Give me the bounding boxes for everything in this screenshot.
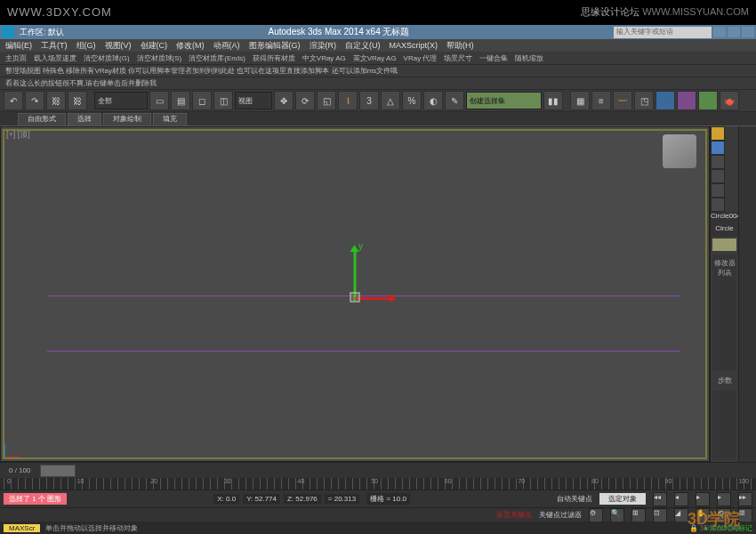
script-btn[interactable]: 随机缩放 [515,53,543,63]
render-button[interactable]: 🫖 [720,91,739,110]
setkey-toggle[interactable]: 设置关键点 [496,510,532,520]
view-dropdown[interactable]: 视图 [235,92,272,109]
menu-modify[interactable]: 修改(M) [176,40,205,52]
play-button[interactable]: ▸ [696,492,710,506]
create-tab-icon[interactable] [711,126,725,141]
curve-editor-button[interactable]: 〰 [613,91,632,110]
utilities-tab-icon[interactable] [711,198,725,212]
menu-customize[interactable]: 自定义(U) [345,40,381,52]
zoom-button[interactable]: 🔍 [610,508,624,522]
next-frame-button[interactable]: ▸ [717,492,731,506]
close-button[interactable] [742,27,754,37]
selection-filter-status[interactable]: 选定对象 [599,493,646,505]
tab-objectpaint[interactable]: 对象绘制 [103,113,151,125]
tab-selection[interactable]: 选择 [68,113,101,125]
app-icon[interactable] [2,26,14,38]
viewcube[interactable] [663,134,696,168]
fov-button[interactable]: ◢ [674,508,688,522]
track-bar[interactable]: 01020 304050 607080 90100 [0,478,756,490]
script-btn[interactable]: 载入场景速度 [34,53,76,63]
hierarchy-tab-icon[interactable] [711,155,725,169]
maximize-viewport-button[interactable]: ⊞ [738,508,752,522]
script-btn[interactable]: VRay 代理 [404,53,438,63]
scene-spline-2[interactable] [47,351,680,352]
time-config-button[interactable]: ⚙ [589,508,603,522]
menu-create[interactable]: 创建(C) [141,40,168,52]
menu-help[interactable]: 帮助(H) [446,40,474,52]
angle-snap-toggle[interactable]: △ [381,91,400,110]
goto-end-button[interactable]: ▸▸ [738,492,752,506]
selection-filter-dropdown[interactable]: 全部 [94,92,148,109]
script-btn[interactable]: 中文VRay AG [302,53,346,63]
select-button[interactable]: ▭ [149,91,169,110]
script-btn[interactable]: 清空材质球(S) [137,53,182,63]
time-slider-handle[interactable] [40,465,76,477]
tab-populate[interactable]: 填充 [153,113,187,125]
unlink-button[interactable]: ⛓ [68,91,87,110]
help-search-input[interactable]: 输入关键字或短语 [614,27,712,38]
mirror-button[interactable]: ▮▮ [543,91,563,110]
render-setup-button[interactable] [677,91,696,110]
window-crossing-button[interactable]: ◫ [213,91,233,110]
spinner-snap-toggle[interactable]: ◐ [423,91,443,110]
material-editor-button[interactable] [655,91,675,110]
maximize-button[interactable] [728,27,740,37]
menu-view[interactable]: 视图(V) [105,40,132,52]
object-name-field2[interactable]: Circle [711,224,738,237]
script-btn[interactable]: 获得所有材质 [253,53,295,63]
viewport[interactable]: [+] [顶] y [0,126,710,462]
coord-z[interactable]: Z: 52.976 [284,494,321,504]
autokey-toggle[interactable]: 自动关键点 [557,494,592,504]
named-selection-dropdown[interactable]: 创建选择集 [466,92,542,109]
keyfilter-button[interactable]: 关键点过滤器 [539,510,582,520]
select-name-button[interactable]: ▤ [171,91,190,110]
display-tab-icon[interactable] [711,183,725,198]
snap-toggle[interactable]: 3 [359,91,379,110]
script-btn[interactable]: 清空材质库(Ends) [189,53,245,63]
menu-maxscript[interactable]: MAXScript(X) [390,41,438,50]
rotate-button[interactable]: ⟳ [295,91,315,110]
gizmo-x-axis[interactable] [355,297,390,300]
move-button[interactable]: ✥ [274,91,294,110]
scene-spline-1[interactable] [47,295,680,296]
modify-tab-icon[interactable] [711,141,725,155]
params-rollout[interactable] [712,391,736,460]
script-btn[interactable]: 主页面 [5,53,27,63]
minimize-button[interactable] [713,27,726,37]
manipulate-button[interactable]: ⌇ [338,91,358,110]
zoom-all-button[interactable]: ⊞ [631,508,646,522]
align-button[interactable]: ▦ [570,91,590,110]
prev-frame-button[interactable]: ◂ [674,492,688,506]
gizmo-origin[interactable] [350,293,360,303]
scale-button[interactable]: ◱ [317,91,336,110]
script-hint-row2[interactable]: 看着这么长的按钮很不爽,请右键单击后并删除我 [0,77,756,89]
coord-x[interactable]: X: 0.0 [213,494,239,504]
object-name-field[interactable]: Circle004 [711,212,738,224]
motion-tab-icon[interactable] [711,169,725,183]
script-btn[interactable]: 场景尺寸 [444,53,472,63]
menu-group[interactable]: 组(G) [76,40,96,52]
time-slider[interactable]: 0 / 100 [0,462,756,478]
goto-start-button[interactable]: ◂◂ [653,492,667,506]
script-btn[interactable]: 英文VRay AG [353,53,397,63]
menu-grapheditors[interactable]: 图形编辑器(G) [249,40,301,52]
menu-animation[interactable]: 动画(A) [213,40,240,52]
redo-button[interactable]: ↷ [25,91,44,110]
edit-named-sel-button[interactable]: ✎ [445,91,464,110]
workspace-selector[interactable]: 工作区: 默认 [20,27,64,38]
object-color-swatch[interactable] [712,239,736,251]
modifier-stack[interactable]: 修改器列表 [712,255,736,370]
render-frame-button[interactable] [698,91,718,110]
script-btn[interactable]: 一键合集 [479,53,508,63]
select-region-button[interactable]: ◻ [192,91,212,110]
coord-y[interactable]: Y: 52.774 [243,494,280,504]
link-button[interactable]: ⛓ [46,91,66,110]
script-btn[interactable]: 清空材质球(G) [84,53,130,63]
schematic-button[interactable]: ◳ [634,91,654,110]
percent-snap-toggle[interactable]: % [402,91,422,110]
command-panel-scroll[interactable] [738,126,756,462]
menu-render[interactable]: 渲染(R) [310,40,337,52]
layers-button[interactable]: ≡ [591,91,611,110]
undo-button[interactable]: ↶ [4,91,23,110]
zoom-extents-button[interactable]: ⊡ [653,508,667,522]
